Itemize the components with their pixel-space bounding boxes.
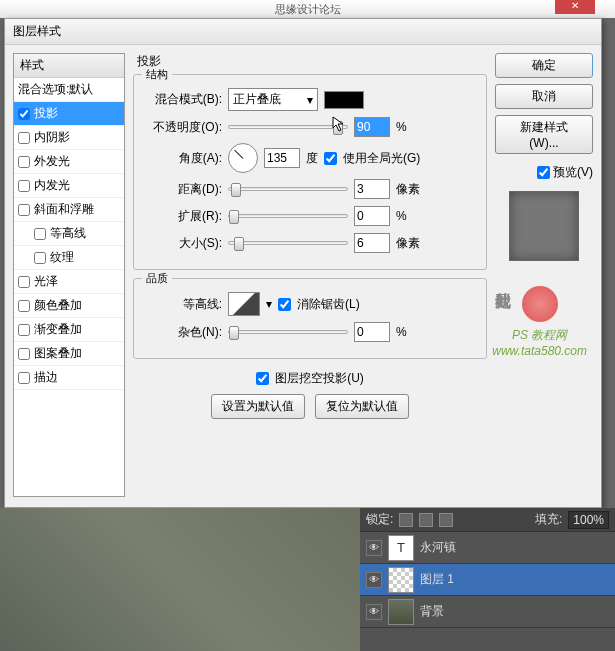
distance-label: 距离(D): — [144, 181, 222, 198]
style-label: 内发光 — [34, 177, 70, 194]
style-label: 斜面和浮雕 — [34, 201, 94, 218]
style-checkbox[interactable] — [18, 372, 30, 384]
layer-row[interactable]: 👁T永河镇 — [360, 532, 615, 564]
layer-style-dialog: 图层样式 样式 混合选项:默认投影内阴影外发光内发光斜面和浮雕等高线纹理光泽颜色… — [4, 18, 602, 508]
layer-thumb[interactable] — [388, 567, 414, 593]
ok-button[interactable]: 确定 — [495, 53, 593, 78]
spread-label: 扩展(R): — [144, 208, 222, 225]
layer-thumb[interactable]: T — [388, 535, 414, 561]
stamp-icon — [522, 286, 558, 322]
distance-unit: 像素 — [396, 181, 426, 198]
size-label: 大小(S): — [144, 235, 222, 252]
spread-input[interactable]: 0 — [354, 206, 390, 226]
layer-row[interactable]: 👁图层 1 — [360, 564, 615, 596]
style-label: 描边 — [34, 369, 58, 386]
main-panel: 投影 结构 混合模式(B): 正片叠底 ▾ 不透明度(O): 90 % — [133, 53, 487, 497]
style-checkbox[interactable] — [18, 324, 30, 336]
noise-label: 杂色(N): — [144, 324, 222, 341]
style-item-12[interactable]: 描边 — [14, 366, 124, 390]
style-label: 渐变叠加 — [34, 321, 82, 338]
style-checkbox[interactable] — [18, 108, 30, 120]
lock-pixels-icon[interactable] — [399, 513, 413, 527]
layer-row[interactable]: 👁背景 — [360, 596, 615, 628]
new-style-button[interactable]: 新建样式(W)... — [495, 115, 593, 154]
opacity-unit: % — [396, 120, 426, 134]
style-item-3[interactable]: 外发光 — [14, 150, 124, 174]
make-default-button[interactable]: 设置为默认值 — [211, 394, 305, 419]
contour-label: 等高线: — [144, 296, 222, 313]
style-item-0[interactable]: 混合选项:默认 — [14, 78, 124, 102]
global-light-checkbox[interactable] — [324, 152, 337, 165]
layer-thumb[interactable] — [388, 599, 414, 625]
knockout-checkbox[interactable] — [256, 372, 269, 385]
preview-checkbox[interactable] — [537, 166, 550, 179]
noise-input[interactable]: 0 — [354, 322, 390, 342]
size-unit: 像素 — [396, 235, 426, 252]
distance-slider[interactable] — [228, 187, 348, 191]
quality-legend: 品质 — [142, 271, 172, 286]
antialias-label: 消除锯齿(L) — [297, 296, 360, 313]
right-panel: 确定 取消 新建样式(W)... 预览(V) — [495, 53, 593, 497]
spread-slider[interactable] — [228, 214, 348, 218]
style-checkbox[interactable] — [18, 276, 30, 288]
style-item-8[interactable]: 光泽 — [14, 270, 124, 294]
styles-list: 混合选项:默认投影内阴影外发光内发光斜面和浮雕等高线纹理光泽颜色叠加渐变叠加图案… — [14, 78, 124, 390]
reset-default-button[interactable]: 复位为默认值 — [315, 394, 409, 419]
style-checkbox[interactable] — [18, 300, 30, 312]
layer-name: 图层 1 — [420, 571, 454, 588]
lock-all-icon[interactable] — [439, 513, 453, 527]
chevron-down-icon: ▾ — [307, 93, 313, 107]
style-checkbox[interactable] — [18, 204, 30, 216]
opacity-slider[interactable] — [228, 125, 348, 129]
style-checkbox[interactable] — [18, 348, 30, 360]
layers-lock-row: 锁定: 填充: 100% — [360, 508, 615, 532]
style-item-7[interactable]: 纹理 — [14, 246, 124, 270]
titlebar-close-button[interactable]: ✕ — [555, 0, 595, 14]
chevron-down-icon[interactable]: ▾ — [266, 297, 272, 311]
style-item-10[interactable]: 渐变叠加 — [14, 318, 124, 342]
visibility-icon[interactable]: 👁 — [366, 540, 382, 556]
size-input[interactable]: 6 — [354, 233, 390, 253]
style-item-2[interactable]: 内阴影 — [14, 126, 124, 150]
lock-position-icon[interactable] — [419, 513, 433, 527]
styles-header: 样式 — [14, 54, 124, 78]
contour-picker[interactable] — [228, 292, 260, 316]
cancel-button[interactable]: 取消 — [495, 84, 593, 109]
style-item-6[interactable]: 等高线 — [14, 222, 124, 246]
visibility-icon[interactable]: 👁 — [366, 604, 382, 620]
style-checkbox[interactable] — [18, 156, 30, 168]
watermark: 他处我帮欣 PS 教程网 www.tata580.com — [492, 280, 587, 359]
layer-name: 背景 — [420, 603, 444, 620]
preview-swatch — [509, 191, 579, 261]
style-item-1[interactable]: 投影 — [14, 102, 124, 126]
style-item-11[interactable]: 图案叠加 — [14, 342, 124, 366]
style-checkbox[interactable] — [34, 228, 46, 240]
spread-unit: % — [396, 209, 426, 223]
angle-input[interactable]: 135 — [264, 148, 300, 168]
fill-value[interactable]: 100% — [568, 511, 609, 529]
style-item-5[interactable]: 斜面和浮雕 — [14, 198, 124, 222]
style-item-9[interactable]: 颜色叠加 — [14, 294, 124, 318]
knockout-label: 图层挖空投影(U) — [275, 370, 364, 387]
angle-unit: 度 — [306, 150, 318, 167]
styles-panel: 样式 混合选项:默认投影内阴影外发光内发光斜面和浮雕等高线纹理光泽颜色叠加渐变叠… — [13, 53, 125, 497]
opacity-input[interactable]: 90 — [354, 117, 390, 137]
preview-label: 预览(V) — [553, 164, 593, 181]
angle-dial[interactable] — [228, 143, 258, 173]
style-checkbox[interactable] — [18, 132, 30, 144]
fill-label: 填充: — [535, 511, 562, 528]
dialog-title: 图层样式 — [5, 19, 601, 45]
shadow-color-swatch[interactable] — [324, 91, 364, 109]
visibility-icon[interactable]: 👁 — [366, 572, 382, 588]
blend-mode-select[interactable]: 正片叠底 ▾ — [228, 88, 318, 111]
distance-input[interactable]: 3 — [354, 179, 390, 199]
style-label: 光泽 — [34, 273, 58, 290]
style-item-4[interactable]: 内发光 — [14, 174, 124, 198]
noise-slider[interactable] — [228, 330, 348, 334]
style-label: 外发光 — [34, 153, 70, 170]
style-checkbox[interactable] — [18, 180, 30, 192]
size-slider[interactable] — [228, 241, 348, 245]
style-checkbox[interactable] — [34, 252, 46, 264]
effect-title: 投影 — [133, 53, 487, 70]
antialias-checkbox[interactable] — [278, 298, 291, 311]
